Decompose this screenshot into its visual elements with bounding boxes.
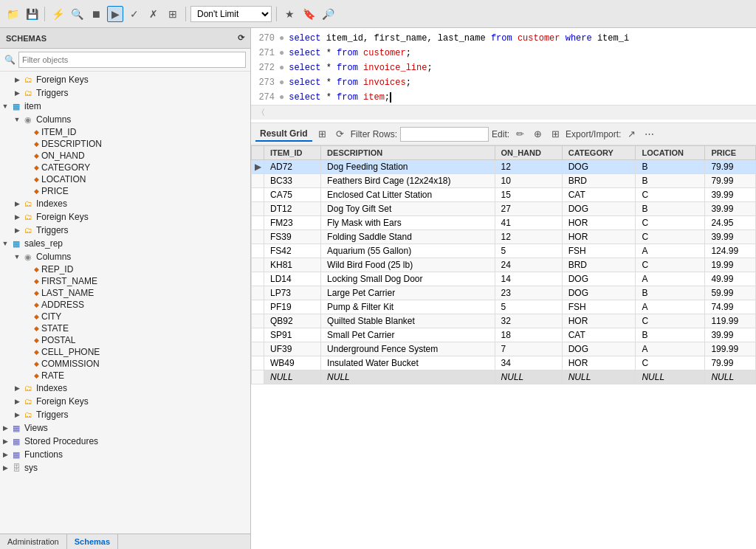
form-view-icon[interactable]: ⊞ — [315, 127, 330, 142]
cell-category[interactable]: FSH — [562, 244, 636, 258]
cell-location[interactable]: C — [636, 356, 705, 370]
cell-item-id[interactable]: UF39 — [264, 342, 321, 356]
cell-description[interactable]: Aquarium (55 Gallon) — [321, 244, 495, 258]
cell-item-id[interactable]: LD14 — [264, 272, 321, 286]
cell-price[interactable]: 39.99 — [705, 230, 756, 244]
cell-category[interactable]: HOR — [562, 314, 636, 328]
table-row[interactable]: BC33Feathers Bird Cage (12x24x18)10BRDB7… — [252, 174, 756, 188]
table-row[interactable]: KH81Wild Bird Food (25 lb)24BRDC19.99 — [252, 258, 756, 272]
cell-item-id[interactable]: WB49 — [264, 356, 321, 370]
cell-location[interactable]: C — [636, 258, 705, 272]
cell-on-hand[interactable]: 7 — [495, 342, 562, 356]
bookmark-icon[interactable]: 🔖 — [300, 6, 317, 22]
folder-icon[interactable]: 📁 — [4, 6, 21, 22]
cell-location[interactable]: B — [636, 202, 705, 216]
cell-category[interactable]: CAT — [562, 188, 636, 202]
export-icon[interactable]: ↗ — [624, 127, 639, 142]
th-on-hand[interactable]: ON_HAND — [495, 146, 562, 160]
table-row[interactable]: UF39Underground Fence System7DOGA199.99 — [252, 342, 756, 356]
tree-item-fk-sales-rep[interactable]: ▶ 🗂 Foreign Keys — [0, 395, 250, 408]
cell-description[interactable]: Locking Small Dog Door — [321, 272, 495, 286]
tree-item-field-item-id[interactable]: ▶ ◆ ITEM_ID — [0, 126, 250, 138]
cell-description[interactable]: Fly Mask with Ears — [321, 216, 495, 230]
cell-item-id[interactable]: KH81 — [264, 258, 321, 272]
cell-on-hand[interactable]: 18 — [495, 328, 562, 342]
tree-item-field-city[interactable]: ▶ ◆ CITY — [0, 311, 250, 322]
lightning-icon[interactable]: ⚡ — [49, 6, 66, 22]
search-icon[interactable]: 🔍 — [69, 6, 85, 22]
cell-description[interactable]: NULL — [321, 370, 495, 384]
sql-line-272[interactable]: 272 ● select * from invoice_line; — [251, 61, 756, 75]
table-row[interactable]: ▶AD72Dog Feeding Station12DOGB79.99 — [252, 160, 756, 174]
filter-input[interactable] — [18, 52, 246, 68]
cell-price[interactable]: 119.99 — [705, 314, 756, 328]
tree-item-field-category[interactable]: ▶ ◆ CATEGORY — [0, 162, 250, 173]
paste-icon[interactable]: ⊞ — [548, 127, 563, 142]
limit-dropdown[interactable]: Don't Limit 1000 rows 500 rows 200 rows — [190, 6, 272, 22]
cell-location[interactable]: B — [636, 174, 705, 188]
cell-description[interactable]: Dog Toy Gift Set — [321, 202, 495, 216]
th-price[interactable]: PRICE — [705, 146, 756, 160]
cell-on-hand[interactable]: 27 — [495, 202, 562, 216]
table-row[interactable]: WB49Insulated Water Bucket34HORC79.99 — [252, 356, 756, 370]
sql-line-273[interactable]: 273 ● select * from invoices; — [251, 75, 756, 90]
tree-item-field-address[interactable]: ▶ ◆ ADDRESS — [0, 299, 250, 311]
cell-category[interactable]: CAT — [562, 328, 636, 342]
edit-pencil-icon[interactable]: ✏ — [512, 127, 527, 142]
filter-rows-icon[interactable]: ⟳ — [333, 127, 348, 142]
cell-category[interactable]: HOR — [562, 230, 636, 244]
star-icon[interactable]: ★ — [281, 6, 298, 22]
cell-item-id[interactable]: PF19 — [264, 300, 321, 314]
cell-category[interactable]: HOR — [562, 216, 636, 230]
more-icon[interactable]: ⋯ — [642, 127, 656, 142]
tab-schemas[interactable]: Schemas — [67, 534, 118, 549]
tree-item-field-cell-phone[interactable]: ▶ ◆ CELL_PHONE — [0, 346, 250, 358]
tree-item-functions[interactable]: ▶ ▦ Functions — [0, 448, 250, 461]
cell-location[interactable]: C — [636, 188, 705, 202]
cell-location[interactable]: B — [636, 328, 705, 342]
th-category[interactable]: CATEGORY — [562, 146, 636, 160]
cell-description[interactable]: Feathers Bird Cage (12x24x18) — [321, 174, 495, 188]
th-item-id[interactable]: ITEM_ID — [264, 146, 321, 160]
tree-item-field-commission[interactable]: ▶ ◆ COMMISSION — [0, 358, 250, 370]
cell-location[interactable]: C — [636, 230, 705, 244]
tree-item-table-item[interactable]: ▼ ▦ item — [0, 100, 250, 113]
cell-category[interactable]: DOG — [562, 286, 636, 300]
tree-item-triggers-item[interactable]: ▶ 🗂 Triggers — [0, 224, 250, 237]
cell-on-hand[interactable]: 12 — [495, 230, 562, 244]
cell-description[interactable]: Insulated Water Bucket — [321, 356, 495, 370]
th-description[interactable]: DESCRIPTION — [321, 146, 495, 160]
check-icon[interactable]: ✓ — [126, 6, 142, 22]
tree-item-field-first-name[interactable]: ▶ ◆ FIRST_NAME — [0, 275, 250, 287]
stop-icon[interactable]: ⏹ — [88, 6, 104, 22]
cell-price[interactable]: 59.99 — [705, 286, 756, 300]
tree-item-triggers-1[interactable]: ▶ 🗂 Triggers — [0, 86, 250, 100]
table-row[interactable]: FS42Aquarium (55 Gallon)5FSHA124.99 — [252, 244, 756, 258]
cell-location[interactable]: B — [636, 286, 705, 300]
cell-on-hand[interactable]: 10 — [495, 174, 562, 188]
tree-item-field-description[interactable]: ▶ ◆ DESCRIPTION — [0, 138, 250, 150]
tree-item-field-state[interactable]: ▶ ◆ STATE — [0, 322, 250, 334]
cell-on-hand[interactable]: 5 — [495, 244, 562, 258]
tree-item-field-rate[interactable]: ▶ ◆ RATE — [0, 370, 250, 381]
tab-result-grid[interactable]: Result Grid — [255, 127, 312, 142]
cell-price[interactable]: 79.99 — [705, 160, 756, 174]
cell-price[interactable]: 74.99 — [705, 300, 756, 314]
schemas-refresh-icon[interactable]: ⟳ — [238, 33, 244, 43]
table-row[interactable]: CA75Enclosed Cat Litter Station15CATC39.… — [252, 188, 756, 202]
tree-item-foreign-keys-1[interactable]: ▶ 🗂 Foreign Keys — [0, 73, 250, 86]
tree-item-field-last-name[interactable]: ▶ ◆ LAST_NAME — [0, 287, 250, 299]
table-row[interactable]: PF19Pump & Filter Kit5FSHA74.99 — [252, 300, 756, 314]
sql-line-274[interactable]: 274 ● select * from item; — [251, 90, 756, 105]
cell-item-id[interactable]: FS42 — [264, 244, 321, 258]
grid-icon[interactable]: ⊞ — [165, 6, 181, 22]
tree-item-fk-item[interactable]: ▶ 🗂 Foreign Keys — [0, 210, 250, 224]
cell-category[interactable]: BRD — [562, 174, 636, 188]
table-row[interactable]: DT12Dog Toy Gift Set27DOGB39.99 — [252, 202, 756, 216]
cell-category[interactable]: NULL — [562, 370, 636, 384]
cell-location[interactable]: C — [636, 216, 705, 230]
table-row[interactable]: LD14Locking Small Dog Door14DOGA49.99 — [252, 272, 756, 286]
cell-price[interactable]: NULL — [705, 370, 756, 384]
table-row[interactable]: NULLNULLNULLNULLNULLNULL — [252, 370, 756, 384]
tree-item-indexes-item[interactable]: ▶ 🗂 Indexes — [0, 197, 250, 210]
